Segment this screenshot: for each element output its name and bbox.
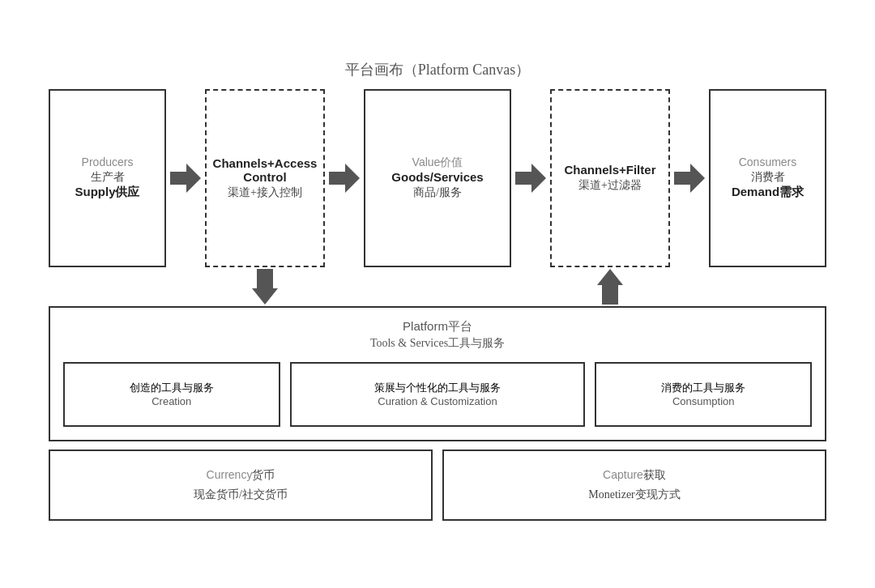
h-arrow-1 (170, 164, 201, 193)
v-head-up (597, 269, 623, 285)
platform-section: Platform平台 Tools & Services工具与服务 创造的工具与服… (49, 306, 826, 441)
v-arrow-down (252, 269, 278, 305)
capture-box: Capture获取 Monetizer变现方式 (442, 450, 826, 521)
arrow-body-4 (674, 172, 690, 185)
producers-en: Producers (82, 156, 134, 168)
ch-right-zh: 渠道+过滤器 (578, 178, 642, 193)
arrow-head-1 (186, 164, 201, 193)
v-spacer-4 (364, 267, 511, 306)
platform-box-creation: 创造的工具与服务 Creation (63, 362, 280, 427)
platform-inner: 创造的工具与服务 Creation 策展与个性化的工具与服务 Curation … (63, 362, 812, 427)
value-box: Value价值 Goods/Services 商品/服务 (364, 89, 511, 267)
platform-box-curation: 策展与个性化的工具与服务 Curation & Customization (290, 362, 586, 427)
currency-zh: 货币 (252, 469, 275, 481)
platform-box-consumption: 消费的工具与服务 Consumption (595, 362, 812, 427)
canvas-wrapper: 平台画布（Platform Canvas） Producers 生产者 Supp… (32, 52, 843, 537)
capture-zh: 获取 (643, 469, 666, 481)
v-spacer-2 (166, 267, 205, 306)
producers-box: Producers 生产者 Supply供应 (49, 89, 166, 267)
platform-subtitle: Tools & Services工具与服务 (63, 336, 812, 351)
arrow-body-3 (515, 172, 531, 185)
v-spacer-6 (670, 267, 709, 306)
value-sub-zh: 商品/服务 (413, 185, 462, 200)
value-en: Value价值 (412, 156, 463, 170)
channel-left-box: Channels+Access Control 渠道+接入控制 (205, 89, 325, 267)
platform-en: Platform (403, 319, 448, 333)
v-spacer-5 (511, 267, 550, 306)
arrow-right-2 (325, 89, 364, 267)
ch-left-line1: Channels+Access (213, 156, 318, 170)
v-spacer-1 (49, 267, 166, 306)
consumers-box: Consumers 消费者 Demand需求 (709, 89, 826, 267)
channel-right-box: Channels+Filter 渠道+过滤器 (550, 89, 670, 267)
currency-box: Currency货币 现金货币/社交货币 (49, 450, 433, 521)
title-text: 平台画布（Platform Canvas） (345, 62, 530, 78)
platform-sub-zh: 工具与服务 (448, 337, 505, 349)
vertical-arrows-row (49, 267, 826, 306)
capture-en: Capture (603, 468, 643, 481)
v-spacer-7 (709, 267, 826, 306)
currency-sub: 现金货币/社交货币 (194, 488, 288, 502)
arrow-right-4 (670, 89, 709, 267)
creation-zh: 创造的工具与服务 (130, 381, 214, 395)
value-sub: Goods/Services (391, 170, 483, 184)
arrow-head-4 (690, 164, 705, 193)
consumers-demand: Demand需求 (732, 185, 804, 200)
v-arrow-up-col (550, 267, 670, 306)
platform-title: Platform平台 (63, 319, 812, 334)
arrow-head-3 (531, 164, 546, 193)
v-body-down (257, 269, 273, 288)
platform-sub-en: Tools & Services (370, 337, 448, 349)
capture-title: Capture获取 (603, 468, 666, 483)
bottom-row: Currency货币 现金货币/社交货币 Capture获取 Monetizer… (49, 450, 826, 521)
curation-en: Curation & Customization (378, 395, 497, 407)
v-arrow-up (597, 269, 623, 305)
v-spacer-3 (325, 267, 364, 306)
creation-en: Creation (152, 395, 191, 407)
v-body-up (602, 285, 618, 305)
main-title: 平台画布（Platform Canvas） (49, 60, 826, 79)
currency-en: Currency (207, 468, 253, 481)
arrow-body-1 (170, 172, 186, 185)
arrow-body-2 (329, 172, 345, 185)
ch-right-line1: Channels+Filter (565, 163, 656, 177)
producers-zh: 生产者 (91, 170, 125, 185)
consumers-en: Consumers (739, 156, 797, 168)
consumption-zh: 消费的工具与服务 (661, 381, 745, 395)
consumers-zh: 消费者 (751, 170, 785, 185)
producers-supply: Supply供应 (75, 185, 139, 200)
h-arrow-3 (515, 164, 546, 193)
ch-left-line2: Control (243, 170, 286, 184)
arrow-right-3 (511, 89, 550, 267)
v-head-down (252, 288, 278, 305)
arrow-head-2 (345, 164, 360, 193)
capture-sub: Monetizer变现方式 (588, 488, 681, 502)
ch-left-zh: 渠道+接入控制 (228, 185, 302, 200)
v-arrow-down-col (205, 267, 325, 306)
currency-title: Currency货币 (207, 468, 275, 483)
h-arrow-4 (674, 164, 705, 193)
arrow-right-1 (166, 89, 205, 267)
h-arrow-2 (329, 164, 360, 193)
top-boxes-row: Producers 生产者 Supply供应 Channels+Access C… (49, 89, 826, 267)
platform-zh: 平台 (448, 320, 472, 333)
curation-zh: 策展与个性化的工具与服务 (374, 381, 501, 395)
consumption-en: Consumption (672, 395, 735, 407)
